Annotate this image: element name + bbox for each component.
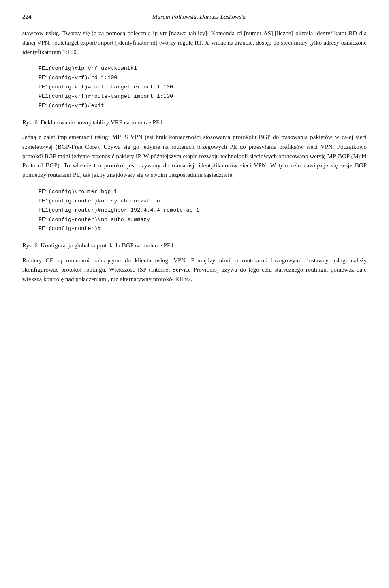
code-line-2-2: PE1(config-router)#no synchronization xyxy=(38,197,367,206)
code-line-2-4: PE1(config-router)#no auto summary xyxy=(38,215,367,225)
figure-caption-1: Rys. 6. Deklarowanie nowej tablicy VRF n… xyxy=(22,118,367,127)
paragraph-1: stawców usług. Tworzy się je za pomocą p… xyxy=(22,29,367,57)
code-line-1-2: PE1(config-vrf)#rd 1:100 xyxy=(38,73,367,83)
paragraph-2: Jedną z zalet implementacji usługi MPLS … xyxy=(22,133,367,180)
page-header: 224 Marcin Półkowski, Dariusz Laskowski xyxy=(22,12,367,21)
code-block-1: PE1(config)#ip vrf uzytkownik1 PE1(confi… xyxy=(38,64,367,111)
code-line-2-1: PE1(config)#router bgp 1 xyxy=(38,187,367,197)
page-title: Marcin Półkowski, Dariusz Laskowski xyxy=(32,12,367,21)
code-line-1-5: PE1(config-vrf)#exit xyxy=(38,101,367,111)
code-line-1-1: PE1(config)#ip vrf uzytkownik1 xyxy=(38,64,367,73)
code-line-2-5: PE1(config-router)# xyxy=(38,224,367,234)
figure-caption-2: Rys. 6. Konfiguracja globalna protokołu … xyxy=(22,241,367,250)
paragraph-3: Routery CE są routerami należącymi do kl… xyxy=(22,256,367,284)
code-line-2-3: PE1(config-router)#neighbor 192.4.4.4 re… xyxy=(38,206,367,215)
code-line-1-3: PE1(config-vrf)#route-target export 1:10… xyxy=(38,83,367,92)
code-line-1-4: PE1(config-vrf)#route-target import 1:10… xyxy=(38,92,367,101)
code-block-2: PE1(config)#router bgp 1 PE1(config-rout… xyxy=(38,187,367,234)
page-number: 224 xyxy=(22,12,32,21)
